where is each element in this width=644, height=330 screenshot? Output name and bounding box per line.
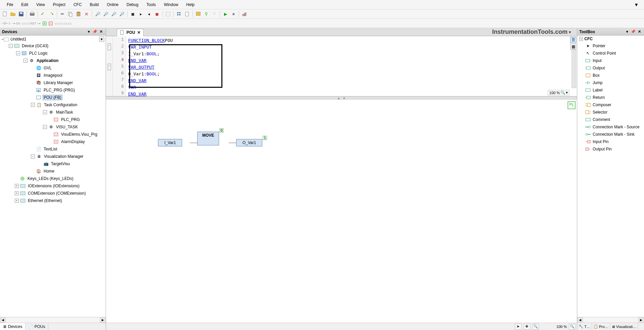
tree-application[interactable]: − ⚙ Application: [0, 57, 106, 64]
scroll-left-icon[interactable]: ◀: [0, 318, 6, 323]
tree-plc-prg[interactable]: ▦PLC_PRG (PRG): [0, 86, 106, 94]
save-icon[interactable]: [17, 10, 25, 18]
device-tree[interactable]: − Untitled1 ▾ − Device (GC43) − PLC Logi…: [0, 36, 106, 317]
tool2-5[interactable]: ▭: [22, 21, 25, 26]
menu-project[interactable]: Project: [49, 1, 69, 8]
tree-project[interactable]: − Untitled1 ▾: [0, 36, 106, 42]
toolbox-label[interactable]: Label: [577, 86, 644, 94]
tool2-10[interactable]: ▭: [59, 21, 63, 26]
toggle-icon[interactable]: +: [15, 199, 19, 203]
toolbox-comment[interactable]: Comment: [577, 116, 644, 123]
tree-alarmdisplay[interactable]: AlarmDisplay: [0, 138, 106, 145]
toggle-icon[interactable]: −: [16, 51, 20, 55]
tree-vismanager[interactable]: −🖥Visualization Manager: [0, 153, 106, 160]
new-icon[interactable]: [1, 10, 9, 18]
tab-devices[interactable]: 🖥Devices: [0, 323, 25, 330]
select-icon[interactable]: [164, 10, 172, 18]
toggle-icon[interactable]: −: [9, 44, 13, 48]
fold-gutter[interactable]: − −: [106, 36, 113, 96]
tool2-9[interactable]: ▭: [55, 21, 58, 26]
menu-edit[interactable]: Edit: [17, 1, 32, 8]
tree-visuelems[interactable]: VisuElems.Visu_Prg: [0, 131, 106, 138]
app-icon[interactable]: [195, 10, 202, 18]
tab-close-icon[interactable]: ✕: [137, 30, 141, 35]
menu-online[interactable]: Online: [103, 1, 123, 8]
toggle-icon[interactable]: −: [43, 110, 47, 114]
tree-ioext[interactable]: +IOExtensions (IOExtensions): [0, 182, 106, 190]
redo-icon[interactable]: [48, 10, 55, 18]
bookmark-icon[interactable]: ◼: [129, 10, 137, 18]
toolbox-conn-sink[interactable]: Connection Mark - Sink: [577, 131, 644, 138]
toggle-icon[interactable]: −: [43, 125, 47, 129]
paste-icon[interactable]: [75, 10, 82, 18]
zoom-tool-icon[interactable]: 🔍: [532, 324, 539, 330]
menu-tools[interactable]: Tools: [143, 1, 160, 8]
menu-debug[interactable]: Debug: [122, 1, 142, 8]
tree-library[interactable]: 📚Library Manager: [0, 79, 106, 86]
menu-cfc[interactable]: CFC: [69, 1, 86, 8]
toolbox-return[interactable]: Return: [577, 94, 644, 101]
tree-plcprg-task[interactable]: PLC_PRG: [0, 116, 106, 123]
tree-comext[interactable]: +COMExtension (COMExtension): [0, 190, 106, 197]
toggle-icon[interactable]: +: [15, 191, 19, 195]
zoom-fit-icon[interactable]: 🔍: [569, 324, 576, 330]
toolbox-box[interactable]: Box: [577, 72, 644, 79]
code-zoom[interactable]: 100 % 🔍 ▾: [548, 90, 570, 95]
bookmark-clear-icon[interactable]: ◼: [153, 10, 161, 18]
fold-icon[interactable]: −: [108, 44, 111, 50]
toolbox-scrollbar[interactable]: ◀ ▶: [577, 317, 644, 323]
tree-textlist[interactable]: 📄TextList: [0, 145, 106, 153]
toggle-icon[interactable]: −: [579, 37, 583, 41]
toolbox-output-pin[interactable]: Output Pin: [577, 145, 644, 153]
logout-icon[interactable]: [211, 10, 218, 18]
toggle-icon[interactable]: +: [15, 184, 19, 188]
cfc-move-block[interactable]: 0 MOVE: [197, 132, 219, 145]
cfc-diagram[interactable]: I_Var1 0 MOVE 1 O_Var1: [106, 100, 577, 323]
tree-home[interactable]: 🏠Home: [0, 168, 106, 175]
toggle-icon[interactable]: −: [31, 154, 35, 158]
panel-dropdown-icon[interactable]: ▾: [86, 29, 92, 35]
doc-icon[interactable]: [183, 10, 191, 18]
tree-imagepool[interactable]: 🖼Imagepool: [0, 72, 106, 79]
code-editor[interactable]: − − 1 2 3 4 5 6 7 8 9 FUNCTION_BLOCK POU…: [106, 36, 577, 96]
chart-icon[interactable]: [241, 10, 248, 18]
find-prev-icon[interactable]: 🔎: [110, 10, 117, 18]
toolbox-composer[interactable]: Composer: [577, 101, 644, 109]
toggle-icon[interactable]: −: [1, 37, 4, 42]
menu-window[interactable]: Window: [160, 1, 182, 8]
find-next-icon[interactable]: 🔎: [102, 10, 109, 18]
menu-help[interactable]: Help: [182, 1, 199, 8]
tool2-remove[interactable]: −: [48, 21, 53, 26]
replace-icon[interactable]: 🔎: [118, 10, 125, 18]
pan-tool-icon[interactable]: ✥: [524, 324, 530, 330]
panel-close-icon[interactable]: ✕: [98, 29, 104, 35]
tree-maintask[interactable]: −⚙MainTask: [0, 109, 106, 116]
tree-ethernet[interactable]: +Ethernet (Ethernet): [0, 197, 106, 204]
toolbox-pointer[interactable]: ➤Pointer: [577, 42, 644, 50]
print-icon[interactable]: [29, 10, 36, 18]
editor-tab-pou[interactable]: POU ✕: [117, 29, 144, 36]
scroll-right-icon[interactable]: ▶: [638, 317, 644, 322]
tree-targetvisu[interactable]: 📺TargetVisu: [0, 160, 106, 168]
toggle-icon[interactable]: −: [23, 59, 28, 63]
tool2-4[interactable]: EN: [16, 22, 20, 25]
delete-icon[interactable]: ✕: [83, 10, 90, 18]
toolbox-input-pin[interactable]: Input Pin: [577, 138, 644, 145]
toolbox-category[interactable]: −CFC: [577, 36, 644, 42]
tree-pou-fb[interactable]: POU (FB): [0, 94, 106, 101]
cfc-output-block[interactable]: 1 O_Var1: [236, 139, 262, 146]
project-dropdown-icon[interactable]: ▾: [99, 37, 104, 42]
copy-icon[interactable]: [67, 10, 74, 18]
right-tab-pro[interactable]: 📋Pro…: [592, 323, 610, 330]
undo-icon[interactable]: [40, 10, 47, 18]
code-vscrollbar[interactable]: [572, 50, 576, 88]
zoom-dropdown-icon[interactable]: ▾: [566, 90, 568, 95]
toolbox-selector[interactable]: Selector: [577, 109, 644, 116]
panel-pin-icon[interactable]: 📌: [631, 29, 636, 35]
code-body[interactable]: FUNCTION_BLOCK POU VAR_INPUT I_Var1: BOO…: [126, 36, 577, 96]
panel-pin-icon[interactable]: 📌: [92, 29, 98, 35]
panel-dropdown-icon[interactable]: ▾: [625, 29, 630, 35]
tool2-2[interactable]: ⊦: [9, 21, 11, 26]
view-table-icon[interactable]: ▦: [570, 44, 576, 50]
tree-keysleds[interactable]: Keys_LEDs (Keys_LEDs): [0, 175, 106, 182]
